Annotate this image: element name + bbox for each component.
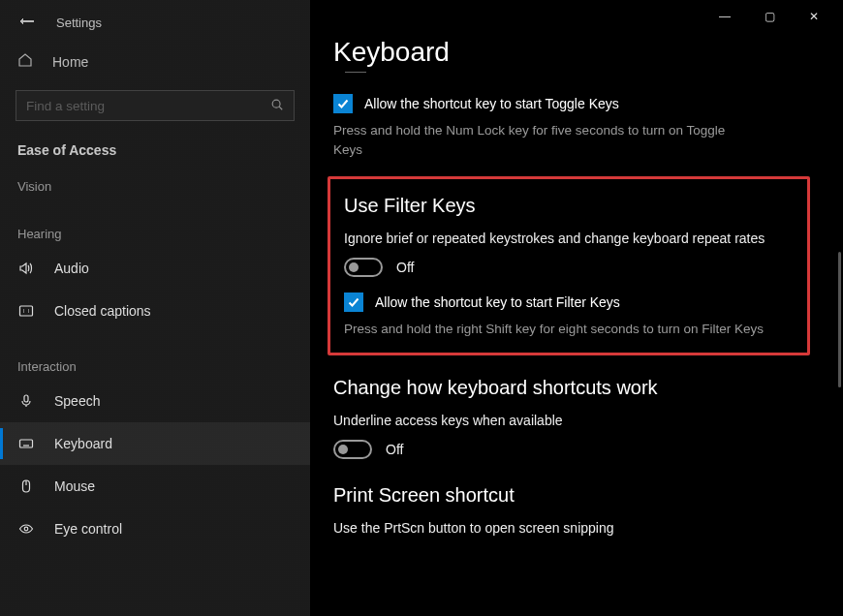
sidebar-item-label: Eye control [54, 521, 122, 537]
sidebar-group-hearing: Hearing [0, 217, 310, 247]
filter-keys-help: Press and hold the right Shift key for e… [344, 320, 794, 339]
filter-keys-checkbox-label: Allow the shortcut key to start Filter K… [375, 294, 620, 310]
svg-line-1 [279, 107, 282, 109]
sidebar-item-eye[interactable]: Eye control [0, 508, 310, 550]
filter-keys-checkbox[interactable] [344, 293, 363, 312]
svg-rect-5 [20, 440, 33, 447]
printscreen-desc: Use the PrtScn button to open screen sni… [333, 520, 816, 536]
volume-icon [17, 261, 35, 276]
scrollbar[interactable] [838, 252, 841, 387]
highlight-annotation: Use Filter Keys Ignore brief or repeated… [328, 176, 810, 355]
page-title: Keyboard [333, 37, 816, 68]
sidebar-active-group: Ease of Access [0, 139, 310, 169]
captions-icon [17, 303, 35, 319]
filter-keys-desc: Ignore brief or repeated keystrokes and … [344, 231, 794, 246]
search-input[interactable] [16, 90, 295, 121]
eye-icon [17, 521, 35, 537]
sidebar-item-label: Mouse [54, 478, 95, 494]
printscreen-heading: Print Screen shortcut [333, 484, 816, 507]
nav-home-label: Home [52, 54, 88, 70]
svg-rect-2 [20, 306, 33, 316]
mic-icon [17, 393, 35, 409]
filter-keys-toggle[interactable] [344, 258, 383, 277]
svg-point-0 [272, 100, 280, 108]
sidebar-item-label: Speech [54, 393, 100, 409]
search-icon [270, 98, 284, 114]
sidebar-group-vision: Vision [0, 169, 310, 200]
sidebar-group-interaction: Interaction [0, 350, 310, 380]
underline-toggle[interactable] [333, 440, 372, 459]
svg-rect-3 [24, 395, 28, 402]
sidebar-item-label: Keyboard [54, 436, 112, 451]
toggle-keys-help: Press and hold the Num Lock key for five… [333, 121, 750, 159]
mouse-icon [17, 478, 35, 494]
keyboard-icon [17, 436, 35, 451]
nav-home[interactable]: Home [0, 41, 310, 82]
sidebar-item-keyboard[interactable]: Keyboard [0, 422, 310, 465]
window-title: Settings [56, 15, 102, 30]
shortcuts-heading: Change how keyboard shortcuts work [333, 377, 816, 399]
sidebar-item-label: Closed captions [54, 303, 151, 319]
shortcuts-desc: Underline access keys when available [333, 413, 816, 428]
svg-point-14 [24, 527, 28, 531]
search-field[interactable] [26, 99, 270, 113]
toggle-keys-checkbox[interactable] [333, 94, 353, 113]
back-button[interactable]: 🠔 [19, 14, 35, 31]
toggle-keys-label: Allow the shortcut key to start Toggle K… [364, 96, 619, 111]
home-icon [17, 52, 33, 71]
sidebar-item-audio[interactable]: Audio [0, 247, 310, 290]
filter-keys-toggle-state: Off [396, 260, 414, 275]
title-underline [345, 72, 366, 73]
underline-toggle-state: Off [386, 442, 403, 457]
filter-keys-heading: Use Filter Keys [344, 195, 794, 217]
sidebar-item-mouse[interactable]: Mouse [0, 465, 310, 508]
sidebar-item-speech[interactable]: Speech [0, 380, 310, 422]
sidebar-item-label: Audio [54, 261, 89, 276]
sidebar-item-cc[interactable]: Closed captions [0, 290, 310, 332]
